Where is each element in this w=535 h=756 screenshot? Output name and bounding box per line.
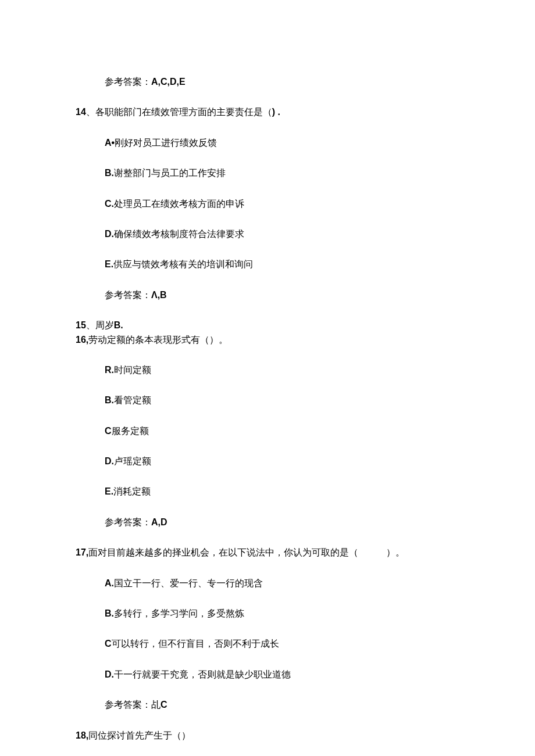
option-label: E. [105,486,113,496]
q16-option-r: R.时间定额 [76,364,459,377]
q14-option-d: D.确保绩效考核制度符合法律要求 [76,228,459,241]
answer-label: 参考答案：乩 [105,700,160,710]
option-text: 卢瑶定额 [114,456,151,466]
option-text: 消耗定额 [113,486,151,496]
question-text: 各职能部门在绩效管理方面的主要责任是（ [95,107,272,117]
q16-option-c: C服务定额 [76,425,459,438]
q15-stem: 15、周岁B. [76,319,459,332]
option-text: 多转行，多学习学问，多受熬炼 [114,608,244,618]
answer-value: Λ,B [151,290,167,300]
paren: ) . [272,107,280,117]
q14-answer-line: 参考答案：Λ,B [76,289,459,302]
q14-option-e: E.供应与馈效考核有关的培训和询问 [76,258,459,271]
question-number: 15 [76,320,86,330]
option-text: 可以转行，但不行盲目，否则不利于成长 [112,639,279,648]
question-number: 14 [76,107,86,117]
answer-value: C [160,700,167,710]
answer-value: A,D [151,517,167,527]
question-text: 周岁 [95,320,114,330]
option-label: C [105,639,112,648]
q17-option-b: B.多转行，多学习学问，多受熬炼 [76,607,459,620]
q14-option-b: B.谢整部门与员工的工作安排 [76,167,459,180]
q16-stem: 16,劳动定额的条本表现形式有（）。 [76,334,459,346]
question-number: 18, [76,730,88,740]
option-text: 看管定额 [114,395,151,405]
q14-option-a: A•刚好对员工进行绩效反馈 [76,137,459,149]
option-text: 供应与馈效考核有关的培训和询问 [113,259,253,269]
q17-answer-line: 参考答案：乩C [76,698,459,711]
option-label: C [105,426,112,436]
option-label: D. [105,229,114,239]
q17-option-d: D.干一行就要干究竟，否则就是缺少职业道德 [76,668,459,681]
separator: 、 [86,320,95,330]
q16-option-d: D.卢瑶定额 [76,455,459,468]
option-text: 谢整部门与员工的工作安排 [114,168,226,178]
option-label: A• [105,138,115,148]
question-text: 劳动定额的条本表现形式有（）。 [88,335,228,345]
answer-value: A,C,D,E [151,77,186,87]
option-text: 处理员工在绩效考核方面的申诉 [114,199,244,209]
q14-option-c: C.处理员工在绩效考核方面的申诉 [76,198,459,210]
option-label: C. [105,199,114,209]
option-label: E. [105,259,113,269]
answer-label: 参考答案： [105,517,151,527]
option-label: D. [105,456,114,466]
question-text-bold: B. [114,320,123,330]
option-label: B. [105,608,114,618]
question-text: 同位探讨首先产生于（） [88,730,191,740]
option-label: B. [105,168,114,178]
q17-stem: 17,面对目前越来越多的择业机会，在以下说法中，你认为可取的是（ ）。 [76,546,459,559]
q18-stem: 18,同位探讨首先产生于（） [76,729,459,742]
separator: 、 [86,107,95,117]
q16-answer-line: 参考答案：A,D [76,516,459,529]
q16-option-e: E.消耗定额 [76,485,459,498]
q13-answer-line: 参考答案：A,C,D,E [76,76,459,88]
answer-label: 参考答案： [105,290,151,300]
option-text: 干一行就要干究竟，否则就是缺少职业道德 [114,669,291,679]
question-number: 17, [76,547,88,557]
option-text: 时间定额 [114,365,151,375]
option-text: 刚好对员工进行绩效反馈 [115,138,217,148]
answer-label: 参考答案： [105,77,151,87]
option-label: R. [105,365,114,375]
q17-option-a: A.国立干一行、爱一行、专一行的现含 [76,577,459,590]
option-text: 服务定额 [112,426,149,436]
q14-stem: 14、各职能部门在绩效管理方面的主要责任是（) . [76,106,459,119]
option-text: 国立干一行、爱一行、专一行的现含 [114,578,263,588]
option-label: D. [105,669,114,679]
question-text: 面对目前越来越多的择业机会，在以下说法中，你认为可取的是（ ）。 [88,547,405,557]
question-number: 16, [76,335,88,345]
option-label: A. [105,578,114,588]
option-label: B. [105,395,114,405]
option-text: 确保绩效考核制度符合法律要求 [114,229,244,239]
q16-option-b: B.看管定额 [76,394,459,407]
q17-option-c: C可以转行，但不行盲目，否则不利于成长 [76,637,459,650]
